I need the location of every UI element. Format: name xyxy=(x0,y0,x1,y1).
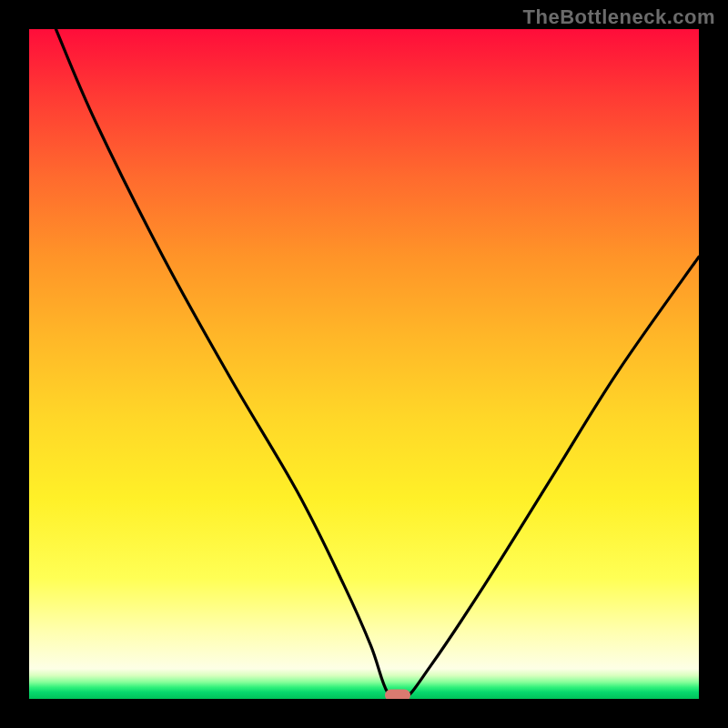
watermark-text: TheBottleneck.com xyxy=(523,5,715,29)
plot-area xyxy=(29,29,699,699)
sweet-spot-marker xyxy=(385,690,410,700)
bottleneck-curve-line xyxy=(56,29,699,699)
chart-frame: TheBottleneck.com xyxy=(0,0,728,728)
curve-svg xyxy=(29,29,699,699)
